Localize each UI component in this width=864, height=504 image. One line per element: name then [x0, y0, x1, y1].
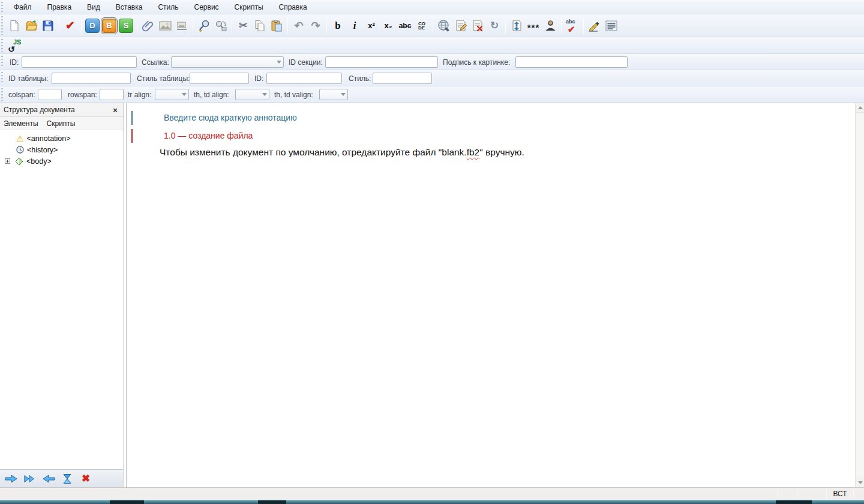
section-id-input[interactable]	[325, 56, 438, 68]
tree-item-body[interactable]: <body>	[0, 155, 124, 167]
subscript-button[interactable]: x₂	[380, 17, 397, 34]
cell-style-input[interactable]	[373, 73, 432, 84]
signature-button[interactable]	[586, 17, 603, 34]
colspan-input[interactable]	[38, 89, 62, 100]
bold-button[interactable]: b	[329, 17, 346, 34]
paperclip-icon	[142, 19, 155, 32]
italic-button[interactable]: i	[346, 17, 363, 34]
insert-image-button[interactable]	[157, 17, 173, 34]
redo-button[interactable]: ↷	[307, 17, 324, 34]
th-td-valign-combobox[interactable]	[319, 89, 348, 100]
scroll-down-button[interactable]	[856, 478, 864, 487]
toolbar-gripper[interactable]	[1, 39, 3, 52]
annotation-placeholder[interactable]: Введите сюда краткую аннотацию	[164, 113, 297, 122]
menu-insert[interactable]: Вставка	[108, 0, 151, 14]
tab-scripts[interactable]: Скрипты	[47, 119, 76, 128]
toolbar-gripper[interactable]	[1, 2, 3, 12]
toolbar-gripper[interactable]	[1, 16, 3, 35]
body-editor[interactable]: Введите сюда краткую аннотацию 1.0 — соз…	[126, 103, 855, 487]
undo-button[interactable]: ↶	[290, 17, 307, 34]
table-style-label: Стиль таблицы:	[137, 74, 190, 83]
chevron-down-icon[interactable]	[179, 89, 188, 100]
paste-button[interactable]	[268, 17, 285, 34]
insert-poem-button[interactable]: ***	[525, 17, 542, 34]
menu-style[interactable]: Стиль	[150, 0, 186, 14]
image-title-input[interactable]	[515, 56, 628, 68]
id-input[interactable]	[22, 56, 137, 68]
menu-scripts[interactable]: Скрипты	[227, 0, 271, 14]
toolbar-gripper[interactable]	[1, 88, 3, 101]
attach-binary-button[interactable]	[140, 17, 157, 34]
table-id-input[interactable]	[52, 73, 131, 84]
spellcheck-button[interactable]: abc ✔	[564, 17, 581, 34]
open-file-button[interactable]	[23, 17, 40, 34]
menu-edit[interactable]: Правка	[40, 0, 80, 14]
chevron-down-icon[interactable]	[338, 89, 347, 100]
replace-button[interactable]	[212, 17, 229, 34]
th-td-align-combobox[interactable]	[235, 89, 269, 100]
status-separator	[853, 490, 854, 498]
view-source-button[interactable]: S	[118, 17, 134, 34]
table-style-input[interactable]	[190, 73, 249, 84]
table-properties-bar: ID таблицы: Стиль таблицы: ID: Стиль:	[0, 70, 864, 86]
copy-button[interactable]	[251, 17, 268, 34]
taskbar-segment	[776, 500, 812, 504]
delete-icon[interactable]: ✖	[79, 473, 92, 485]
menu-view[interactable]: Вид	[79, 0, 108, 14]
go-fast-forward-button[interactable]	[23, 473, 37, 485]
code-button[interactable]: CODE	[413, 17, 430, 34]
paragraph-lines-button[interactable]	[603, 17, 620, 34]
panel-header: Структура документа ×	[0, 103, 124, 117]
tr-align-label: tr align:	[128, 91, 151, 99]
toolbar-gripper[interactable]	[1, 56, 3, 68]
save-button[interactable]	[40, 17, 56, 34]
superscript-button[interactable]: x²	[363, 17, 380, 34]
menu-help[interactable]: Справка	[271, 0, 315, 14]
tr-align-combobox[interactable]	[155, 89, 189, 100]
chevron-down-icon[interactable]	[260, 89, 269, 100]
view-body-button[interactable]: B	[101, 17, 118, 34]
toolbar-gripper[interactable]	[1, 72, 3, 84]
cell-style-label: Стиль:	[349, 74, 371, 83]
find-replace-icon	[214, 19, 227, 32]
wait-button[interactable]	[61, 473, 74, 485]
validate-button[interactable]: ✔	[62, 17, 79, 34]
close-icon[interactable]: ×	[110, 105, 120, 115]
cut-button[interactable]: ✂	[235, 17, 251, 34]
rowspan-input[interactable]	[100, 89, 124, 100]
toolbar-separator	[326, 18, 327, 34]
hint-paragraph[interactable]: Чтобы изменить документ по умолчанию, от…	[160, 147, 524, 158]
history-entry[interactable]: 1.0 — создание файла	[164, 131, 253, 140]
go-back-button[interactable]	[42, 473, 55, 485]
menu-service[interactable]: Сервис	[187, 0, 227, 14]
edit-description-button[interactable]	[452, 17, 469, 34]
find-button[interactable]	[196, 17, 212, 34]
scroll-up-button[interactable]	[856, 103, 864, 113]
insert-inline-image-button[interactable]	[173, 17, 190, 34]
move-section-button[interactable]	[508, 17, 525, 34]
go-forward-button[interactable]	[5, 473, 18, 485]
tree-item-annotation[interactable]: ⚠ <annotation>	[0, 133, 124, 144]
strikethrough-button[interactable]: abc	[397, 17, 413, 34]
tree-item-history[interactable]: <history>	[0, 144, 124, 155]
colspan-label: colspan:	[8, 91, 35, 99]
cell-id-input[interactable]	[266, 73, 342, 84]
new-document-button[interactable]	[6, 17, 23, 34]
view-description-button[interactable]: D	[84, 17, 101, 34]
cell-properties-bar: colspan: rowspan: tr align: th, td align…	[0, 86, 864, 103]
toolbar-separator	[232, 18, 232, 34]
vertical-scrollbar[interactable]	[855, 103, 864, 487]
insert-link-button[interactable]	[436, 17, 452, 34]
menu-file[interactable]: Файл	[6, 0, 40, 14]
expand-plus-icon[interactable]	[5, 158, 10, 164]
refresh-button[interactable]: ↻	[486, 17, 503, 34]
double-arrow-right-icon	[23, 474, 37, 484]
tab-elements[interactable]: Элементы	[4, 119, 38, 128]
chevron-down-icon[interactable]	[274, 57, 283, 67]
href-combobox[interactable]	[171, 56, 284, 68]
remove-markup-button[interactable]	[469, 17, 486, 34]
reload-scripts-button[interactable]: JS ↺	[6, 37, 25, 54]
link-properties-bar: ID: Ссылка: ID секции: Подпись к картинк…	[0, 54, 864, 70]
taskbar-segment	[110, 500, 144, 504]
author-button[interactable]	[542, 17, 559, 34]
